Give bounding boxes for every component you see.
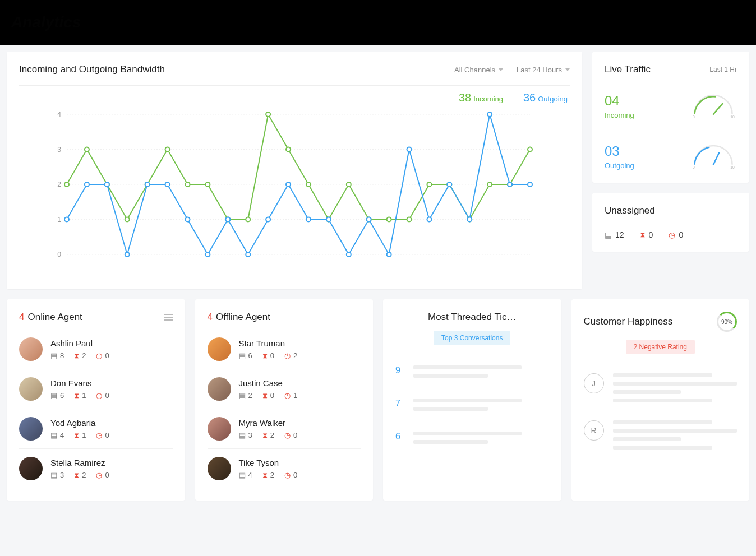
ticket-row[interactable]: 7 bbox=[395, 388, 549, 421]
rating-row[interactable]: R bbox=[584, 411, 737, 458]
clock-icon: ◷ bbox=[284, 471, 291, 479]
ticket-row[interactable]: 9 bbox=[395, 355, 549, 388]
agent-stats: ▤8 ⧗2 ◷0 bbox=[50, 351, 109, 360]
document-icon: ▤ bbox=[239, 471, 246, 479]
chevron-down-icon bbox=[565, 68, 570, 71]
avatar bbox=[208, 337, 231, 361]
hourglass-icon: ⧗ bbox=[74, 431, 79, 440]
agent-row[interactable]: Myra Walker ▤3 ⧗2 ◷0 bbox=[208, 409, 361, 449]
agent-row[interactable]: Justin Case ▤2 ⧗0 ◷1 bbox=[208, 369, 361, 409]
svg-point-64 bbox=[427, 217, 431, 222]
threaded-tickets-card: Most Threaded Tic… Top 3 Conversations 9… bbox=[383, 299, 561, 501]
rating-row[interactable]: J bbox=[584, 364, 737, 411]
chevron-down-icon bbox=[499, 68, 503, 71]
agent-stats: ▤2 ⧗0 ◷1 bbox=[239, 391, 298, 400]
rating-preview bbox=[613, 420, 737, 450]
agent-row[interactable]: Yod Agbaria ▤4 ⧗1 ◷0 bbox=[19, 409, 173, 449]
ticket-row[interactable]: 6 bbox=[395, 421, 549, 454]
svg-point-45 bbox=[528, 147, 532, 152]
clock-icon: ◷ bbox=[96, 471, 102, 479]
agent-name: Don Evans bbox=[50, 378, 109, 388]
filter-channels[interactable]: All Channels bbox=[454, 66, 503, 74]
agent-row[interactable]: Stella Ramirez ▤3 ⧗2 ◷0 bbox=[19, 449, 173, 488]
agent-name: Star Truman bbox=[239, 339, 298, 348]
live-traffic-title: Live Traffic bbox=[605, 64, 651, 75]
svg-point-27 bbox=[165, 147, 170, 152]
svg-point-59 bbox=[326, 217, 331, 222]
happiness-title: Customer Happiness bbox=[584, 316, 673, 327]
svg-point-52 bbox=[185, 217, 190, 222]
offline-agents-card: 4Offline Agent Star Truman ▤6 ⧗0 ◷2 Just… bbox=[195, 299, 374, 501]
clock-icon: ◷ bbox=[96, 351, 102, 360]
document-icon: ▤ bbox=[50, 431, 57, 439]
svg-line-73 bbox=[713, 153, 719, 165]
svg-point-49 bbox=[125, 252, 130, 257]
svg-text:10: 10 bbox=[730, 165, 735, 169]
avatar bbox=[19, 457, 43, 480]
svg-point-40 bbox=[427, 182, 431, 187]
gauge-outgoing: 03 Outgoing 0 10 bbox=[605, 142, 737, 170]
negative-rating-pill: 2 Negative Rating bbox=[626, 340, 695, 354]
agent-name: Stella Ramirez bbox=[50, 458, 109, 467]
svg-point-39 bbox=[407, 217, 412, 222]
svg-point-56 bbox=[266, 217, 270, 222]
unassigned-title: Unassigned bbox=[605, 205, 737, 216]
agent-row[interactable]: Star Truman ▤6 ⧗0 ◷2 bbox=[208, 330, 361, 369]
gauge-icon: 0 10 bbox=[690, 92, 737, 120]
hourglass-icon: ⧗ bbox=[74, 471, 79, 480]
gauge-incoming: 04 Incoming 0 10 bbox=[605, 92, 737, 120]
svg-point-46 bbox=[64, 217, 69, 222]
svg-point-32 bbox=[266, 112, 270, 117]
svg-text:3: 3 bbox=[57, 146, 61, 154]
svg-point-29 bbox=[205, 182, 210, 187]
agent-stats: ▤4 ⧗2 ◷0 bbox=[239, 471, 298, 480]
agent-row[interactable]: Tike Tyson ▤4 ⧗2 ◷0 bbox=[208, 449, 361, 488]
svg-point-43 bbox=[487, 182, 492, 187]
document-icon: ▤ bbox=[605, 230, 612, 239]
happiness-ring: 90% bbox=[717, 312, 737, 332]
agent-row[interactable]: Ashlin Paul ▤8 ⧗2 ◷0 bbox=[19, 330, 173, 369]
ticket-preview bbox=[413, 399, 549, 411]
svg-line-70 bbox=[713, 103, 723, 114]
hourglass-icon: ⧗ bbox=[262, 391, 268, 400]
svg-point-28 bbox=[185, 182, 190, 187]
document-icon: ▤ bbox=[239, 431, 246, 439]
online-agents-title: 4Online Agent bbox=[19, 312, 82, 323]
agent-stats: ▤4 ⧗1 ◷0 bbox=[50, 431, 109, 440]
avatar bbox=[208, 417, 231, 441]
filter-range[interactable]: Last 24 Hours bbox=[517, 66, 570, 74]
agent-name: Yod Agbaria bbox=[50, 418, 109, 428]
logo: Analytics bbox=[11, 13, 81, 31]
unassigned-card: Unassigned ▤12 ⧗0 ◷0 bbox=[592, 193, 749, 252]
avatar: R bbox=[584, 420, 604, 441]
unassigned-clock: ◷0 bbox=[669, 230, 683, 239]
svg-point-50 bbox=[145, 182, 150, 187]
svg-point-58 bbox=[306, 217, 311, 222]
svg-point-38 bbox=[387, 217, 391, 222]
happiness-card: Customer Happiness 90% 2 Negative Rating… bbox=[571, 299, 750, 501]
online-agents-card: 4Online Agent Ashlin Paul ▤8 ⧗2 ◷0 Don E… bbox=[7, 299, 185, 501]
hourglass-icon: ⧗ bbox=[262, 431, 268, 440]
menu-icon[interactable] bbox=[164, 314, 173, 321]
svg-text:4: 4 bbox=[57, 110, 61, 118]
document-icon: ▤ bbox=[239, 391, 246, 400]
svg-point-36 bbox=[347, 182, 351, 187]
clock-icon: ◷ bbox=[284, 431, 291, 439]
unassigned-doc: ▤12 bbox=[605, 230, 624, 239]
threaded-title: Most Threaded Tic… bbox=[395, 312, 549, 323]
hourglass-icon: ⧗ bbox=[74, 351, 79, 360]
bandwidth-chart: 012344PM6PM8PM10PM12AM2AM4AM6AM8AM10AM0P… bbox=[19, 109, 570, 277]
avatar bbox=[19, 417, 43, 441]
top-conversations-pill: Top 3 Conversations bbox=[434, 331, 510, 345]
agent-row[interactable]: Don Evans ▤6 ⧗1 ◷0 bbox=[19, 369, 173, 409]
outgoing-count: 03 bbox=[605, 143, 634, 159]
agent-name: Ashlin Paul bbox=[50, 339, 109, 348]
gauge-icon: 0 10 bbox=[690, 142, 737, 170]
clock-icon: ◷ bbox=[284, 391, 291, 400]
filter-channels-label: All Channels bbox=[454, 66, 495, 74]
outgoing-label: Outgoing bbox=[605, 161, 634, 170]
bandwidth-card: Incoming and Outgoing Bandwidth All Chan… bbox=[7, 52, 582, 289]
svg-point-65 bbox=[447, 182, 451, 187]
svg-point-47 bbox=[85, 182, 89, 187]
svg-point-48 bbox=[105, 182, 109, 187]
